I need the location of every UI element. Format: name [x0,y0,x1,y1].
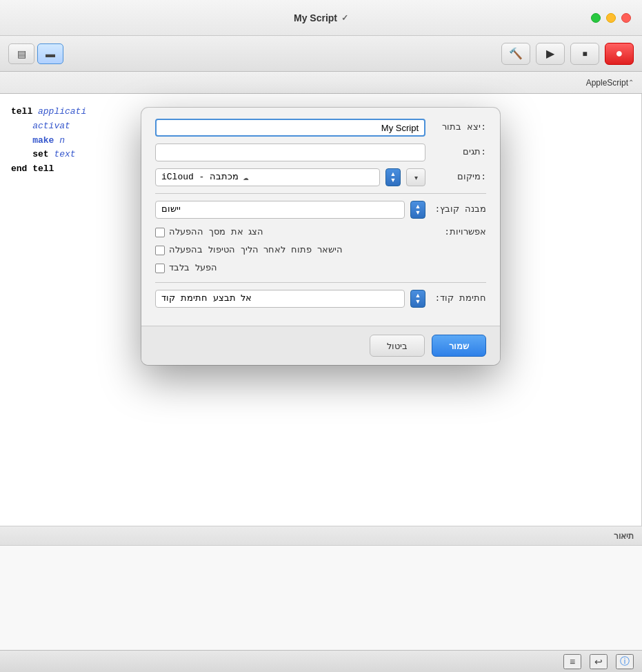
info-icon: ⓘ [620,655,630,668]
separator-2 [155,282,486,283]
location-text: מכתבה - iCloud [161,170,239,185]
tags-input[interactable] [155,144,425,161]
maximize-button[interactable] [591,13,601,23]
language-selector[interactable]: AppleScript [586,78,628,88]
script-icon: ✓ [341,13,348,23]
location-value: ☁ מכתבה - iCloud [155,168,380,186]
window-title: My Script ✓ [294,12,348,23]
return-button[interactable]: ↩ [590,654,608,669]
layout-icon: ▬ [46,48,55,59]
perm-item-1: הצג את מסך ההפעלה [155,226,425,240]
dialog-body: :יצא בתור :תגים :מיקום ▾ [141,108,500,326]
perm-1-label: הצג את מסך ההפעלה [169,226,263,240]
permissions-items: הצג את מסך ההפעלה הישאר פתוח לאחר הליך ה… [155,226,425,275]
info-button[interactable]: ⓘ [616,654,634,669]
return-icon: ↩ [594,656,603,667]
code-sign-label: חתימת קוד: [431,292,486,306]
close-button[interactable] [621,13,631,23]
dialog-actions: שמור ביטול [141,326,500,365]
record-button[interactable]: ● [605,43,634,65]
bottom-panel: תיאור [0,526,642,650]
perm-1-checkbox[interactable] [155,228,165,237]
cloud-icon: ☁ [243,170,248,185]
code-sign-row: חתימת קוד: ▲ ▼ אל תבצע חתימת קוד [155,290,486,308]
name-label: :יצא בתור [431,121,486,135]
status-bar: ≡ ↩ ⓘ [0,650,642,672]
record-icon: ● [616,46,623,61]
tags-row: :תגים [155,144,486,161]
sidebar-icon: ▤ [17,48,26,59]
sidebar-toggle-button[interactable]: ▤ [8,43,34,64]
minimize-button[interactable] [606,13,616,23]
play-icon: ▶ [546,47,554,60]
stop-icon: ■ [582,49,587,59]
traffic-lights [591,13,631,23]
language-arrow-icon: ⌃ [628,79,634,86]
action-buttons: 🔨 ▶ ■ ● [501,43,634,65]
description-bar: תיאור [0,526,642,546]
save-dialog: :יצא בתור :תגים :מיקום ▾ [141,108,500,365]
view-toggle-group: ▤ ▬ [8,43,63,64]
run-button[interactable]: ▶ [536,43,565,65]
description-label: תיאור [614,531,634,541]
dropdown-arrow-icon: ▾ [414,174,418,181]
permissions-label: אפשרויות: [431,226,486,240]
language-bar: AppleScript ⌃ [0,72,642,94]
toolbar: ▤ ▬ 🔨 ▶ ■ ● [0,36,642,72]
perm-3-checkbox[interactable] [155,264,165,273]
name-row: :יצא בתור [155,119,486,137]
perm-2-label: הישאר פתוח לאחר הליך הטיפול בהפעלה [169,244,343,258]
location-row: :מיקום ▾ ▲ ▼ ☁ מכתבה - iCloud [155,168,486,186]
location-stepper[interactable]: ▲ ▼ [385,168,401,186]
save-button[interactable]: שמור [432,335,486,357]
hammer-icon: 🔨 [509,47,523,60]
file-type-stepper[interactable]: ▲ ▼ [410,201,425,219]
location-dropdown-button[interactable]: ▾ [406,168,425,186]
layout-toggle-button[interactable]: ▬ [37,43,63,64]
cancel-button[interactable]: ביטול [370,335,425,357]
compile-button[interactable]: 🔨 [501,43,530,65]
file-type-value: יישום [155,201,405,219]
stepper-arrows: ▲ ▼ [390,171,397,184]
file-type-label: מבנה קובץ: [431,203,486,217]
name-input[interactable] [155,119,425,137]
perm-2-checkbox[interactable] [155,246,165,255]
list-icon: ≡ [570,656,575,667]
perm-item-2: הישאר פתוח לאחר הליך הטיפול בהפעלה [155,244,425,258]
perm-3-label: הפעל בלבד [169,261,217,276]
permissions-title-row: אפשרויות: הצג את מסך ההפעלה הישאר פתוח ל… [155,226,486,275]
perm-item-3: הפעל בלבד [155,261,425,276]
code-sign-value: אל תבצע חתימת קוד [155,290,405,308]
location-label: :מיקום [431,170,486,185]
stepper-arrows-3: ▲ ▼ [415,293,421,305]
stop-button[interactable]: ■ [570,43,599,65]
separator-1 [155,193,486,194]
title-text: My Script [294,12,337,23]
list-view-button[interactable]: ≡ [563,654,581,669]
permissions-section: אפשרויות: הצג את מסך ההפעלה הישאר פתוח ל… [155,226,486,275]
file-type-row: מבנה קובץ: ▲ ▼ יישום [155,201,486,219]
code-sign-stepper[interactable]: ▲ ▼ [410,290,425,308]
tags-label: :תגים [431,146,486,160]
stepper-arrows-2: ▲ ▼ [415,204,421,216]
title-bar: My Script ✓ [0,0,642,36]
